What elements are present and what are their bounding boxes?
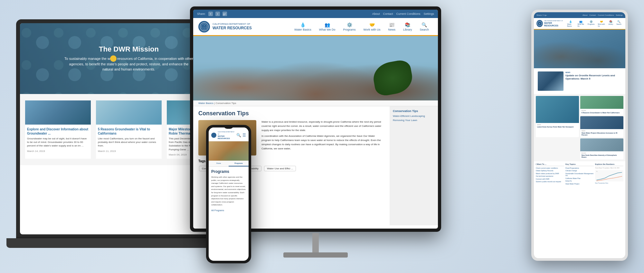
tablet-conditions[interactable]: Current Conditions [598, 14, 614, 16]
tablet-topic-5[interactable]: Delta Fix [565, 180, 594, 182]
work-with-us-icon: 🤝 [369, 22, 375, 27]
tablet-work-icon: 🤝 [600, 20, 603, 23]
tablet-nav-work[interactable]: 🤝 Work with Us [597, 20, 606, 28]
tablet-nav-library[interactable]: 📚 Library [607, 20, 614, 28]
tablet-nav-what[interactable]: 👥 What We Do [576, 20, 585, 28]
tablet-link-2[interactable]: Obtain Spillway Records [536, 170, 564, 172]
share-label: Share: [197, 12, 206, 15]
tablet-hero [534, 30, 625, 68]
sidebar-link-landscaping[interactable]: Water-Efficient Landscaping [393, 115, 435, 118]
tablet-link-5[interactable]: Connect with DWR [536, 178, 564, 180]
tablet-share: Share: f t g+ [536, 14, 547, 16]
phone-programs-text: Working with other agencies and the publ… [211, 176, 246, 207]
phone-search-icon[interactable]: 🔍 [236, 133, 241, 137]
nav-what-we-do[interactable]: 👥 What We Do [315, 21, 339, 33]
laptop-article-1: Explore and Discover Information about G… [25, 100, 91, 159]
tablet-navbar: ★ CALIFORNIA DEPARTMENT OF WATER RESOURC… [534, 18, 625, 30]
article-text-2: Like most Californians, you turn on the … [98, 137, 160, 148]
dwr-seal: ★ CALIFORNIA 1850 [198, 21, 210, 33]
library-icon: 📚 [405, 22, 410, 27]
google-icon[interactable]: g+ [223, 12, 227, 16]
phone-hero [209, 141, 249, 161]
current-conditions-link[interactable]: Current Conditions [396, 12, 420, 15]
tablet-news-grid: NEWS Latest Snow Survey Finds Water Not … [534, 94, 625, 161]
tablet-about[interactable]: About [582, 14, 588, 16]
desktop-stand-neck [312, 233, 319, 252]
tablet-what-icon: 👥 [579, 20, 582, 23]
dwr-topbar: Share: f t g+ About Contact Current Cond… [193, 10, 438, 18]
conservation-body-2: In coordination with the Association of … [261, 134, 384, 151]
tablet-nav-programs[interactable]: ⚙️ Programs [586, 20, 596, 28]
tablet-oroville-text: NEWS Update on Oroville Reservoir Levels… [565, 71, 621, 91]
oroville-title[interactable]: Update on Oroville Reservoir Levels and … [565, 74, 621, 81]
news-badge-3: NEWS [582, 130, 622, 132]
tablet-seal: ★ [536, 20, 543, 27]
tablet-topbar: Share: f t g+ About Contact Current Cond… [534, 12, 625, 18]
chart-label: Tulare Basin Precipitation: March 18, 20… [595, 167, 623, 169]
nav-search[interactable]: 🔍 Search [416, 21, 433, 33]
news-badge-1: NEWS [537, 124, 578, 126]
tablet-link-1[interactable]: Check current water conditions [536, 167, 564, 169]
phone-menu-icon[interactable]: ☰ [242, 133, 246, 137]
mission-subtitle: To sustainably manage the water resource… [64, 56, 193, 72]
tablet-topic-2[interactable]: Climate Change [565, 170, 594, 172]
news-title-2[interactable]: 6 Reasons Groundwater is Water Not Calif… [582, 112, 622, 114]
tablet-topic-1[interactable]: Flood Preparations [565, 167, 594, 169]
tablet-nav-search[interactable]: 🔍 Search [615, 20, 623, 28]
facebook-icon[interactable]: f [208, 12, 213, 16]
phone-logo-text: CALIFORNIA DEPARTMENT OF WATER RESOURCES [218, 131, 235, 140]
phone-content: Programs Working with other agencies and… [209, 167, 249, 214]
tablet-link-4[interactable]: Get technical assistance [536, 175, 564, 177]
mission-title: The DWR Mission [99, 45, 159, 53]
breadcrumb: Water Basics | Conservation Tips [193, 100, 438, 106]
precipitation-link[interactable]: New Precipitation Data [595, 182, 623, 184]
news-title-3[interactable]: State Water Project Allocations Increase… [582, 132, 622, 136]
topbar-left: Share: f t g+ [197, 12, 227, 16]
tablet-nav-water[interactable]: 💧 Water Basics [566, 20, 575, 28]
phone-tab-programs[interactable]: Programs [229, 161, 249, 166]
tablet-topic-3[interactable]: Sustainable Groundwater Management Act [565, 173, 594, 177]
phone-body: CALIFORNIA DEPARTMENT OF WATER RESOURCES… [206, 125, 251, 263]
programs-icon: ⚙️ [347, 22, 352, 27]
tablet-link-6[interactable]: Submit a public records act request [536, 181, 564, 183]
tablet-body: Share: f t g+ About Contact Current Cond… [531, 10, 628, 261]
news-title-4[interactable]: New Scale Describes Intensity of Atmosph… [582, 154, 622, 158]
tablet-topic-4[interactable]: California Water Plan [565, 177, 594, 180]
contact-link[interactable]: Contact [383, 12, 393, 15]
phone-tab-home[interactable]: Home [209, 161, 229, 166]
tablet-contact[interactable]: Contact [589, 14, 596, 16]
precipitation-chart: % [595, 169, 623, 182]
breadcrumb-home-link[interactable]: Water Basics [198, 102, 213, 105]
tablet-news-card-2: BLOGS 6 Reasons Groundwater is Water Not… [580, 96, 623, 115]
nav-work-with-us[interactable]: 🤝 Work with Us [360, 21, 384, 33]
tablet-search-icon: 🔍 [617, 20, 620, 23]
conservation-title: Conservation Tips [198, 110, 384, 117]
sidebar-link-lawn[interactable]: Removing Your Lawn [393, 119, 435, 122]
twitter-icon[interactable]: t [215, 12, 220, 16]
phone-notch [224, 125, 233, 129]
tablet-news-card-main: NEWS Latest Snow Survey Finds Water Not … [536, 96, 579, 137]
nav-water-basics[interactable]: 💧 Water Basics [290, 21, 315, 33]
topbar-right: About Contact Current Conditions Setting… [372, 12, 434, 15]
tablet-topic-6[interactable]: State Water Project [565, 183, 594, 185]
dwr-logo: ★ CALIFORNIA 1850 CALIFORNIA DEPARTMENT … [198, 21, 252, 33]
news-title-1[interactable]: Latest Snow Survey Finds Water Not Snowp… [537, 126, 578, 128]
tablet-explore-numbers: Explore the Numbers Tulare Basin Precipi… [595, 163, 623, 186]
water-basics-icon: 💧 [300, 22, 306, 27]
nav-programs[interactable]: ⚙️ Programs [339, 21, 360, 33]
tag-water-use[interactable]: Water Use and Effici ... [264, 166, 296, 171]
nav-library[interactable]: 📚 Library [399, 21, 416, 33]
tablet-settings[interactable]: Settings [616, 14, 623, 16]
dwr-navbar: ★ CALIFORNIA 1850 CALIFORNIA DEPARTMENT … [193, 18, 438, 36]
phone-all-programs-link[interactable]: All Programs [211, 209, 246, 212]
news-card-img-2 [580, 96, 623, 109]
phone-seal [211, 133, 216, 138]
article-text-1: Groundwater may be out of sight, but it … [27, 137, 89, 148]
tablet-link-3[interactable]: Watch videos produced by DWR [536, 173, 564, 175]
about-link[interactable]: About [372, 12, 380, 15]
news-card-img-main [536, 96, 579, 123]
settings-link[interactable]: Settings [423, 12, 434, 15]
tablet-i-want-to: I Want To ... Check current water condit… [536, 163, 564, 186]
phone-nav-tabs: Home Programs [209, 161, 249, 167]
nav-news[interactable]: 📰 News [384, 21, 399, 33]
